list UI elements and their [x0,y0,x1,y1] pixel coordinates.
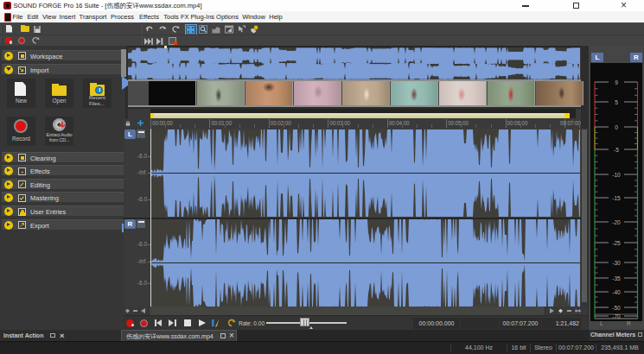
svg-text:-50: -50 [612,305,621,311]
svg-text:5: 5 [615,99,618,105]
svg-text:-30: -30 [612,260,621,266]
svg-text:-15: -15 [612,195,621,201]
svg-text:-20: -20 [612,219,621,225]
svg-text:-25: -25 [612,240,621,246]
svg-text:-10: -10 [612,172,621,178]
svg-text:-70: -70 [612,313,621,319]
svg-text:9: 9 [615,79,618,85]
svg-text:-35: -35 [612,275,621,281]
svg-text:-5: -5 [614,147,619,153]
svg-text:0: 0 [615,124,618,130]
svg-text:-40: -40 [612,289,621,295]
